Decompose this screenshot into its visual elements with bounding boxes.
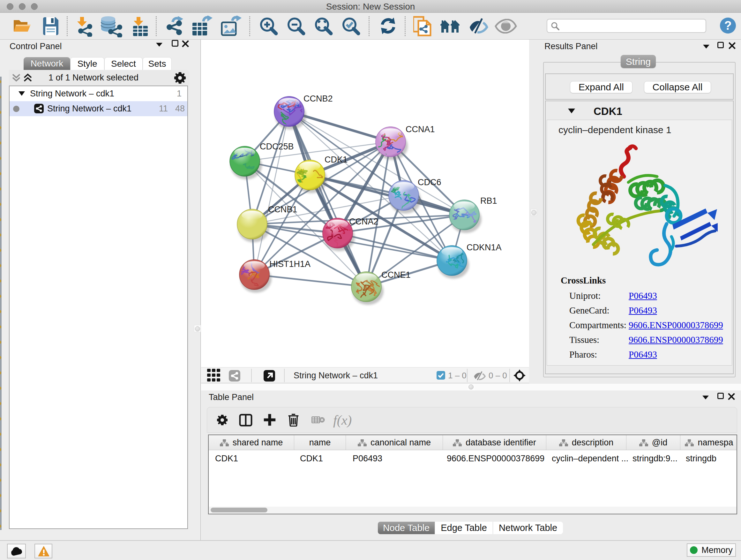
- svg-text:CCNB1: CCNB1: [268, 205, 297, 214]
- svg-text:CDKN1A: CDKN1A: [467, 243, 502, 252]
- svg-text:HIST1H1A: HIST1H1A: [269, 259, 311, 269]
- svg-text:CDK1: CDK1: [325, 155, 347, 165]
- svg-text:CCNA1: CCNA1: [406, 125, 435, 134]
- svg-text:CCNE1: CCNE1: [381, 270, 411, 280]
- svg-text:CDC6: CDC6: [418, 178, 441, 187]
- svg-text:RB1: RB1: [480, 196, 497, 206]
- svg-text:CCNB2: CCNB2: [304, 94, 333, 104]
- svg-text:CCNA2: CCNA2: [349, 217, 379, 226]
- svg-text:CDC25B: CDC25B: [260, 142, 294, 151]
